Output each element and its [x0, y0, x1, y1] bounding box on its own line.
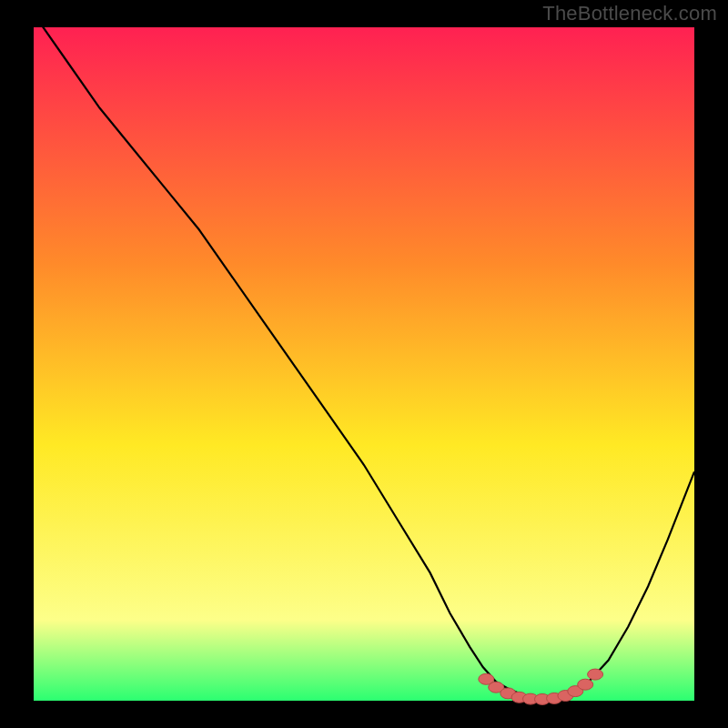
plot-gradient-bg [34, 27, 694, 701]
chart-frame: { "attribution": "TheBottleneck.com", "c… [0, 0, 728, 728]
bottleneck-chart [0, 0, 728, 728]
marker-dot [578, 679, 593, 690]
marker-dot [588, 669, 603, 680]
